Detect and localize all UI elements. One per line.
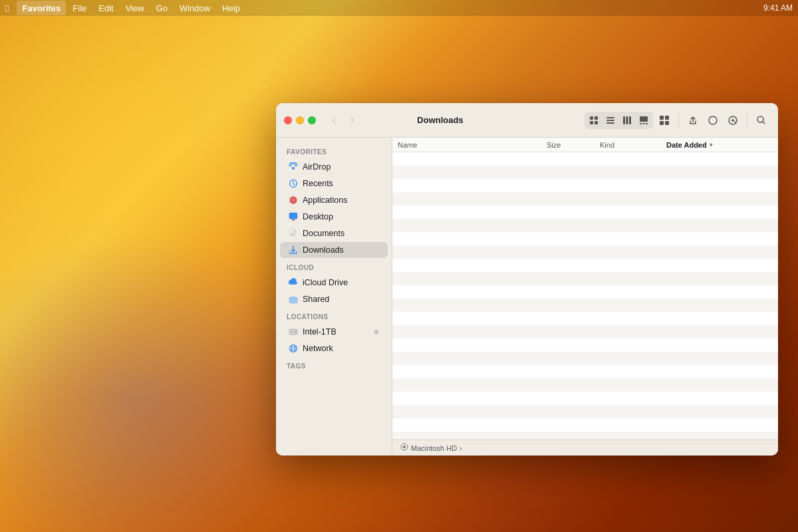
svg-rect-32	[291, 331, 294, 332]
file-row[interactable]	[392, 232, 778, 245]
svg-rect-14	[660, 116, 664, 120]
sidebar-label-intel-1tb: Intel-1TB	[303, 327, 336, 336]
sidebar-label-icloud-drive: iCloud Drive	[303, 278, 348, 287]
shared-icon	[288, 294, 299, 305]
group-button[interactable]	[656, 112, 673, 129]
column-header-date-added[interactable]: Date Added ▼	[666, 141, 773, 149]
sidebar-label-network: Network	[303, 344, 333, 353]
tag-button[interactable]	[704, 112, 722, 129]
column-header-name[interactable]: Name	[398, 141, 547, 149]
sidebar-item-downloads[interactable]: Downloads	[280, 242, 388, 258]
sidebar-item-airdrop[interactable]: AirDrop	[280, 159, 388, 175]
svg-rect-9	[629, 116, 631, 124]
column-header-size[interactable]: Size	[547, 141, 600, 149]
sidebar-item-documents[interactable]: Documents	[280, 225, 388, 241]
downloads-icon	[288, 245, 299, 255]
file-row[interactable]	[392, 166, 778, 179]
toolbar: Downloads	[276, 103, 778, 138]
file-row[interactable]	[392, 365, 778, 378]
back-button[interactable]	[327, 112, 342, 128]
status-disk-icon	[400, 443, 408, 453]
file-row[interactable]	[392, 272, 778, 285]
svg-point-21	[292, 167, 295, 170]
network-icon	[288, 343, 299, 354]
svg-rect-15	[665, 116, 669, 120]
sidebar-item-icloud-drive[interactable]: iCloud Drive	[280, 275, 388, 291]
sidebar-label-desktop: Desktop	[303, 212, 333, 221]
sidebar-item-applications[interactable]: Applications	[280, 192, 388, 208]
sidebar-label-shared: Shared	[303, 295, 329, 304]
file-row[interactable]	[392, 205, 778, 219]
file-row[interactable]	[392, 392, 778, 405]
svg-rect-16	[660, 121, 664, 125]
sidebar-item-intel-1tb[interactable]: Intel-1TB	[280, 324, 388, 340]
menubar-edit[interactable]: Edit	[93, 1, 118, 15]
icon-view-button[interactable]	[586, 113, 602, 128]
column-headers: Name Size Kind Date Added ▼	[392, 138, 778, 152]
file-row[interactable]	[392, 285, 778, 299]
view-group	[585, 112, 653, 129]
toolbar-separator-1	[678, 114, 679, 127]
menubar-items: Favorites File Edit View Go Window Help	[17, 1, 245, 15]
finder-window: Downloads	[276, 103, 778, 456]
file-row[interactable]	[392, 338, 778, 352]
eject-icon[interactable]	[373, 328, 380, 336]
icloud-drive-icon	[288, 277, 299, 288]
svg-rect-28	[291, 235, 295, 235]
more-button[interactable]	[724, 112, 741, 129]
file-row[interactable]	[392, 245, 778, 259]
sidebar-section-locations: Locations	[276, 308, 392, 323]
search-button[interactable]	[753, 112, 770, 129]
svg-rect-27	[291, 233, 294, 234]
file-row[interactable]	[392, 378, 778, 392]
close-button[interactable]	[284, 116, 292, 124]
sidebar-label-documents: Documents	[303, 229, 344, 238]
sidebar-item-recents[interactable]: Recents	[280, 176, 388, 192]
file-row[interactable]	[392, 259, 778, 272]
forward-button[interactable]	[344, 112, 360, 128]
sidebar-item-shared[interactable]: Shared	[280, 291, 388, 307]
svg-rect-0	[590, 116, 593, 120]
menubar-file[interactable]: File	[67, 1, 92, 15]
file-row[interactable]	[392, 299, 778, 312]
file-row[interactable]	[392, 405, 778, 418]
column-view-button[interactable]	[619, 113, 635, 128]
menubar-go[interactable]: Go	[151, 1, 173, 15]
svg-rect-8	[626, 116, 628, 124]
finder-content: Favorites AirDrop	[276, 138, 778, 456]
svg-rect-25	[293, 219, 295, 219]
list-view-button[interactable]	[602, 113, 618, 128]
file-row[interactable]	[392, 152, 778, 166]
gallery-view-button[interactable]	[636, 113, 652, 128]
applications-icon	[288, 195, 299, 205]
sidebar-label-applications: Applications	[303, 196, 347, 205]
file-area: Name Size Kind Date Added ▼	[392, 138, 778, 456]
file-row[interactable]	[392, 192, 778, 205]
window-title: Downloads	[301, 115, 579, 125]
sidebar-section-icloud: iCloud	[276, 259, 392, 274]
svg-rect-13	[646, 123, 648, 124]
status-bar: Macintosh HD ›	[392, 440, 778, 456]
svg-point-18	[709, 116, 717, 124]
menubar-help[interactable]: Help	[217, 1, 245, 15]
menubar-window[interactable]: Window	[174, 1, 215, 15]
file-row[interactable]	[392, 219, 778, 232]
share-button[interactable]	[684, 112, 702, 129]
menubar-view[interactable]: View	[120, 1, 150, 15]
svg-rect-23	[289, 213, 297, 219]
sidebar-label-airdrop: AirDrop	[303, 162, 331, 172]
file-row[interactable]	[392, 179, 778, 192]
file-row[interactable]	[392, 418, 778, 432]
sidebar-item-desktop[interactable]: Desktop	[280, 209, 388, 225]
sidebar-item-network[interactable]: Network	[280, 340, 388, 356]
file-row[interactable]	[392, 312, 778, 325]
recents-icon	[288, 178, 299, 189]
column-header-kind[interactable]: Kind	[600, 141, 666, 149]
hard-drive-icon	[288, 327, 299, 337]
menubar-finder[interactable]: Favorites	[17, 1, 66, 15]
file-row[interactable]	[392, 432, 778, 440]
airdrop-icon	[288, 162, 299, 172]
apple-menu-icon[interactable]: 	[5, 3, 9, 14]
file-row[interactable]	[392, 352, 778, 365]
file-row[interactable]	[392, 325, 778, 338]
